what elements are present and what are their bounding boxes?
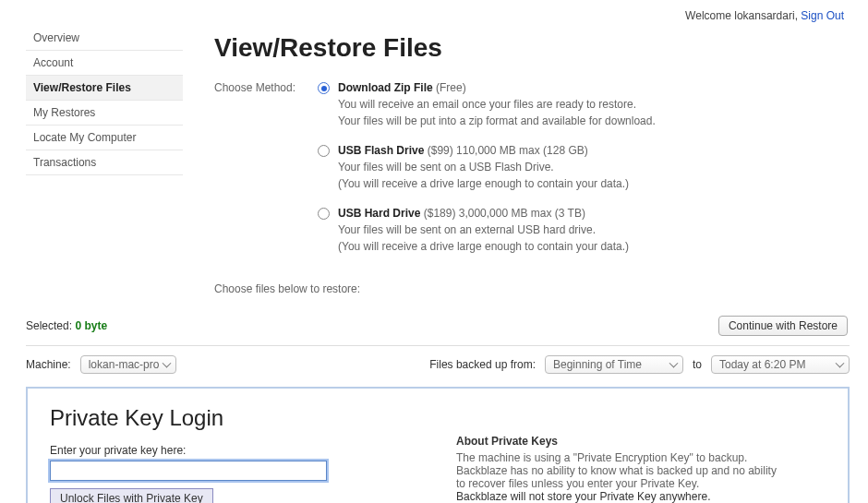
from-label: Files backed up from: <box>429 358 536 371</box>
method-option-flash[interactable]: USB Flash Drive ($99) 110,000 MB max (12… <box>318 144 850 192</box>
private-key-panel: Private Key Login Enter your private key… <box>26 387 850 503</box>
method-desc-line: Your files will be put into a zip format… <box>338 113 656 129</box>
welcome-username: lokansardari <box>734 9 794 22</box>
sidebar-item-account[interactable]: Account <box>26 51 183 76</box>
about-line: to recover files unless you enter your P… <box>456 477 826 490</box>
from-date-value: Beginning of Time <box>553 358 642 371</box>
method-option-hdd[interactable]: USB Hard Drive ($189) 3,000,000 MB max (… <box>318 207 850 255</box>
welcome-prefix: Welcome <box>685 9 734 22</box>
method-title: USB Hard Drive <box>338 207 420 220</box>
choose-method-label: Choose Method: <box>214 81 318 269</box>
sidebar: Overview Account View/Restore Files My R… <box>26 26 183 310</box>
sidebar-item-transactions[interactable]: Transactions <box>26 150 183 175</box>
welcome-header: Welcome lokansardari, Sign Out <box>26 9 850 22</box>
sign-out-link[interactable]: Sign Out <box>801 9 844 22</box>
from-date-select[interactable]: Beginning of Time <box>545 355 683 374</box>
sidebar-item-my-restores[interactable]: My Restores <box>26 101 183 126</box>
method-desc-line: (You will receive a drive large enough t… <box>338 238 629 255</box>
method-price: ($99) 110,000 MB max (128 GB) <box>428 144 588 157</box>
method-desc-line: (You will receive a drive large enough t… <box>338 175 629 192</box>
selected-summary: Selected: 0 byte <box>26 319 107 332</box>
selected-value: 0 byte <box>75 319 107 332</box>
selected-label: Selected: <box>26 319 75 332</box>
method-desc-line: Your files will be sent on a USB Flash D… <box>338 159 629 175</box>
unlock-button[interactable]: Unlock Files with Private Key <box>50 488 213 503</box>
to-label: to <box>693 358 702 371</box>
radio-icon[interactable] <box>318 145 330 157</box>
method-desc-line: Your files will be sent on an external U… <box>338 222 629 238</box>
method-price: ($189) 3,000,000 MB max (3 TB) <box>424 207 585 220</box>
method-title: USB Flash Drive <box>338 144 424 157</box>
method-title: Download Zip File <box>338 81 433 94</box>
about-line: Backblaze has no ability to know what is… <box>456 464 826 477</box>
page-title: View/Restore Files <box>214 33 850 63</box>
radio-icon[interactable] <box>318 208 330 220</box>
machine-select[interactable]: lokan-mac-pro <box>80 355 177 374</box>
private-key-prompt: Enter your private key here: <box>50 444 419 457</box>
private-key-heading: Private Key Login <box>50 405 419 431</box>
continue-restore-button[interactable]: Continue with Restore <box>718 316 848 336</box>
method-price: (Free) <box>436 81 466 94</box>
about-title: About Private Keys <box>456 435 826 448</box>
method-desc-line: You will receive an email once your file… <box>338 96 656 113</box>
machine-label: Machine: <box>26 358 71 371</box>
private-key-input[interactable] <box>50 461 327 481</box>
sidebar-item-view-restore[interactable]: View/Restore Files <box>26 76 183 101</box>
sidebar-item-overview[interactable]: Overview <box>26 26 183 51</box>
choose-files-label: Choose files below to restore: <box>214 282 850 295</box>
radio-icon[interactable] <box>318 82 330 94</box>
about-line: The machine is using a "Private Encrypti… <box>456 451 826 464</box>
to-date-select[interactable]: Today at 6:20 PM <box>711 355 850 374</box>
sidebar-item-locate-computer[interactable]: Locate My Computer <box>26 126 183 150</box>
method-option-zip[interactable]: Download Zip File (Free) You will receiv… <box>318 81 850 129</box>
machine-value: lokan-mac-pro <box>89 358 160 371</box>
about-note: Backblaze will not store your Private Ke… <box>456 490 826 503</box>
to-date-value: Today at 6:20 PM <box>719 358 805 371</box>
